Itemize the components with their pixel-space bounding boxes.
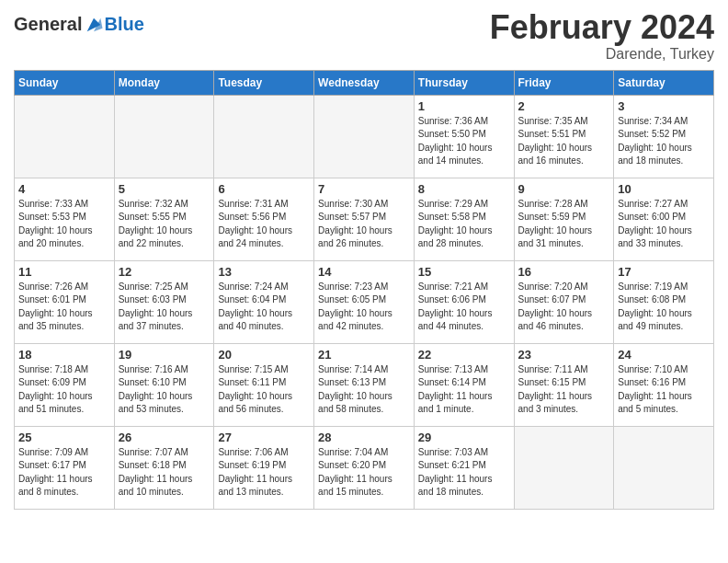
calendar-cell: 1Sunrise: 7:36 AMSunset: 5:50 PMDaylight… bbox=[414, 95, 514, 178]
day-info: Sunrise: 7:20 AMSunset: 6:07 PMDaylight:… bbox=[518, 281, 610, 334]
day-info: Sunrise: 7:03 AMSunset: 6:21 PMDaylight:… bbox=[418, 446, 510, 500]
day-number: 5 bbox=[119, 182, 210, 196]
day-info: Sunrise: 7:21 AMSunset: 6:06 PMDaylight:… bbox=[418, 281, 510, 334]
day-number: 28 bbox=[318, 431, 410, 444]
day-info: Sunrise: 7:09 AMSunset: 6:17 PMDaylight:… bbox=[18, 446, 110, 500]
day-number: 22 bbox=[418, 348, 510, 362]
day-number: 4 bbox=[18, 182, 110, 196]
calendar-week-row: 4Sunrise: 7:33 AMSunset: 5:53 PMDaylight… bbox=[15, 178, 714, 260]
day-number: 16 bbox=[518, 265, 610, 279]
day-info: Sunrise: 7:32 AMSunset: 5:55 PMDaylight:… bbox=[119, 198, 210, 251]
day-number: 20 bbox=[218, 348, 310, 362]
calendar-cell bbox=[514, 426, 614, 509]
calendar-cell: 24Sunrise: 7:10 AMSunset: 6:16 PMDayligh… bbox=[614, 343, 714, 426]
day-number: 14 bbox=[318, 265, 410, 279]
calendar-cell: 8Sunrise: 7:29 AMSunset: 5:58 PMDaylight… bbox=[414, 178, 514, 260]
day-number: 24 bbox=[618, 348, 710, 362]
calendar-cell: 11Sunrise: 7:26 AMSunset: 6:01 PMDayligh… bbox=[15, 260, 115, 343]
day-number: 27 bbox=[218, 431, 310, 444]
day-info: Sunrise: 7:26 AMSunset: 6:01 PMDaylight:… bbox=[18, 281, 110, 334]
calendar-cell: 10Sunrise: 7:27 AMSunset: 6:00 PMDayligh… bbox=[614, 178, 714, 260]
day-number: 17 bbox=[618, 265, 710, 279]
calendar-week-row: 25Sunrise: 7:09 AMSunset: 6:17 PMDayligh… bbox=[15, 426, 714, 509]
day-info: Sunrise: 7:04 AMSunset: 6:20 PMDaylight:… bbox=[318, 446, 410, 500]
day-number: 11 bbox=[18, 265, 110, 279]
day-info: Sunrise: 7:34 AMSunset: 5:52 PMDaylight:… bbox=[618, 115, 710, 168]
day-info: Sunrise: 7:23 AMSunset: 6:05 PMDaylight:… bbox=[318, 281, 410, 334]
day-number: 19 bbox=[119, 348, 210, 362]
calendar-cell: 17Sunrise: 7:19 AMSunset: 6:08 PMDayligh… bbox=[614, 260, 714, 343]
day-number: 26 bbox=[119, 431, 210, 444]
location-label: Darende, Turkey bbox=[490, 46, 714, 63]
calendar-cell: 15Sunrise: 7:21 AMSunset: 6:06 PMDayligh… bbox=[414, 260, 514, 343]
calendar-cell: 2Sunrise: 7:35 AMSunset: 5:51 PMDaylight… bbox=[514, 95, 614, 178]
day-number: 3 bbox=[618, 99, 710, 113]
day-number: 12 bbox=[119, 265, 210, 279]
header: General Blue February 2024 Darende, Turk… bbox=[14, 9, 714, 63]
calendar-cell bbox=[214, 95, 314, 178]
day-number: 25 bbox=[18, 431, 110, 444]
logo-general: General bbox=[14, 14, 82, 35]
calendar-week-row: 11Sunrise: 7:26 AMSunset: 6:01 PMDayligh… bbox=[15, 260, 714, 343]
calendar-cell: 12Sunrise: 7:25 AMSunset: 6:03 PMDayligh… bbox=[114, 260, 214, 343]
day-info: Sunrise: 7:18 AMSunset: 6:09 PMDaylight:… bbox=[18, 363, 110, 417]
weekday-header-wednesday: Wednesday bbox=[314, 70, 415, 95]
logo: General Blue bbox=[14, 14, 144, 35]
day-number: 29 bbox=[418, 431, 510, 444]
day-info: Sunrise: 7:11 AMSunset: 6:15 PMDaylight:… bbox=[518, 363, 610, 417]
day-number: 18 bbox=[18, 348, 110, 362]
calendar-cell bbox=[314, 95, 415, 178]
day-info: Sunrise: 7:29 AMSunset: 5:58 PMDaylight:… bbox=[418, 198, 510, 251]
day-info: Sunrise: 7:16 AMSunset: 6:10 PMDaylight:… bbox=[119, 363, 210, 417]
day-number: 6 bbox=[218, 182, 310, 196]
calendar-cell: 18Sunrise: 7:18 AMSunset: 6:09 PMDayligh… bbox=[15, 343, 115, 426]
calendar-cell: 27Sunrise: 7:06 AMSunset: 6:19 PMDayligh… bbox=[214, 426, 314, 509]
day-info: Sunrise: 7:13 AMSunset: 6:14 PMDaylight:… bbox=[418, 363, 510, 417]
weekday-header-tuesday: Tuesday bbox=[214, 70, 314, 95]
title-area: February 2024 Darende, Turkey bbox=[490, 9, 714, 63]
weekday-header-friday: Friday bbox=[514, 70, 614, 95]
calendar-cell: 13Sunrise: 7:24 AMSunset: 6:04 PMDayligh… bbox=[214, 260, 314, 343]
day-number: 13 bbox=[218, 265, 310, 279]
day-info: Sunrise: 7:25 AMSunset: 6:03 PMDaylight:… bbox=[119, 281, 210, 334]
logo-icon bbox=[84, 15, 104, 35]
calendar-week-row: 1Sunrise: 7:36 AMSunset: 5:50 PMDaylight… bbox=[15, 95, 714, 178]
calendar-cell: 21Sunrise: 7:14 AMSunset: 6:13 PMDayligh… bbox=[314, 343, 415, 426]
day-info: Sunrise: 7:36 AMSunset: 5:50 PMDaylight:… bbox=[418, 115, 510, 168]
calendar-cell: 28Sunrise: 7:04 AMSunset: 6:20 PMDayligh… bbox=[314, 426, 415, 509]
calendar-week-row: 18Sunrise: 7:18 AMSunset: 6:09 PMDayligh… bbox=[15, 343, 714, 426]
calendar-cell: 5Sunrise: 7:32 AMSunset: 5:55 PMDaylight… bbox=[114, 178, 214, 260]
calendar-table: SundayMondayTuesdayWednesdayThursdayFrid… bbox=[14, 70, 714, 510]
calendar-cell: 6Sunrise: 7:31 AMSunset: 5:56 PMDaylight… bbox=[214, 178, 314, 260]
day-info: Sunrise: 7:27 AMSunset: 6:00 PMDaylight:… bbox=[618, 198, 710, 251]
weekday-header-sunday: Sunday bbox=[15, 70, 115, 95]
calendar-cell bbox=[614, 426, 714, 509]
calendar-cell: 14Sunrise: 7:23 AMSunset: 6:05 PMDayligh… bbox=[314, 260, 415, 343]
day-info: Sunrise: 7:15 AMSunset: 6:11 PMDaylight:… bbox=[218, 363, 310, 417]
calendar-cell: 25Sunrise: 7:09 AMSunset: 6:17 PMDayligh… bbox=[15, 426, 115, 509]
day-number: 2 bbox=[518, 99, 610, 113]
logo-blue: Blue bbox=[104, 14, 143, 35]
calendar-cell: 4Sunrise: 7:33 AMSunset: 5:53 PMDaylight… bbox=[15, 178, 115, 260]
weekday-header-saturday: Saturday bbox=[614, 70, 714, 95]
day-info: Sunrise: 7:30 AMSunset: 5:57 PMDaylight:… bbox=[318, 198, 410, 251]
day-info: Sunrise: 7:33 AMSunset: 5:53 PMDaylight:… bbox=[18, 198, 110, 251]
calendar-cell: 29Sunrise: 7:03 AMSunset: 6:21 PMDayligh… bbox=[414, 426, 514, 509]
day-info: Sunrise: 7:06 AMSunset: 6:19 PMDaylight:… bbox=[218, 446, 310, 500]
calendar-cell: 9Sunrise: 7:28 AMSunset: 5:59 PMDaylight… bbox=[514, 178, 614, 260]
day-info: Sunrise: 7:35 AMSunset: 5:51 PMDaylight:… bbox=[518, 115, 610, 168]
calendar-cell: 3Sunrise: 7:34 AMSunset: 5:52 PMDaylight… bbox=[614, 95, 714, 178]
calendar-cell: 16Sunrise: 7:20 AMSunset: 6:07 PMDayligh… bbox=[514, 260, 614, 343]
weekday-header-row: SundayMondayTuesdayWednesdayThursdayFrid… bbox=[15, 70, 714, 95]
calendar-cell bbox=[15, 95, 115, 178]
day-info: Sunrise: 7:28 AMSunset: 5:59 PMDaylight:… bbox=[518, 198, 610, 251]
day-number: 8 bbox=[418, 182, 510, 196]
weekday-header-thursday: Thursday bbox=[414, 70, 514, 95]
day-number: 23 bbox=[518, 348, 610, 362]
calendar-cell bbox=[114, 95, 214, 178]
day-info: Sunrise: 7:24 AMSunset: 6:04 PMDaylight:… bbox=[218, 281, 310, 334]
day-number: 9 bbox=[518, 182, 610, 196]
calendar-cell: 22Sunrise: 7:13 AMSunset: 6:14 PMDayligh… bbox=[414, 343, 514, 426]
day-number: 21 bbox=[318, 348, 410, 362]
day-info: Sunrise: 7:14 AMSunset: 6:13 PMDaylight:… bbox=[318, 363, 410, 417]
